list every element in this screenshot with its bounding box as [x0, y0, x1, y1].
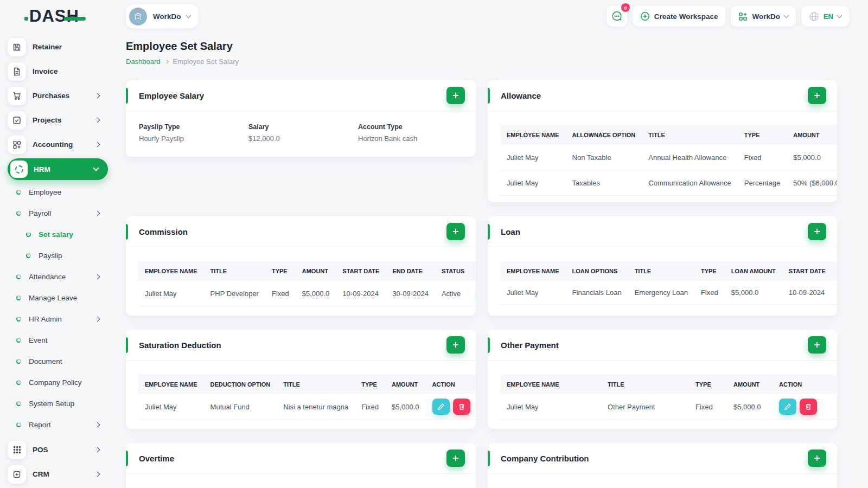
logo-bar-accent: [64, 17, 86, 21]
add-other-payment-button[interactable]: [808, 336, 826, 354]
sidebar-item-hrm[interactable]: HRM: [8, 158, 108, 180]
table-row: Juliet May PHP Developer Fixed $5,000.0 …: [138, 281, 476, 306]
sidebar-subitem-label: Employee: [29, 188, 61, 196]
check-square-icon: [8, 111, 26, 130]
sidebar-item-accounting[interactable]: Accounting: [0, 132, 117, 157]
column-header: LOAN AMOUNT: [725, 261, 782, 281]
delete-button[interactable]: [800, 399, 817, 415]
sidebar-item-payslip[interactable]: Payslip: [0, 245, 117, 266]
chevron-down-icon: [93, 165, 99, 171]
edit-button[interactable]: [432, 399, 450, 415]
cell-allowance-option: Taxables: [566, 170, 642, 196]
add-overtime-button[interactable]: [446, 450, 465, 467]
sidebar-subitem-label: HR Admin: [29, 315, 62, 323]
sidebar-item-invoice[interactable]: Invoice: [0, 59, 117, 84]
field-value: $12,000.0: [248, 134, 358, 143]
commission-table: EMPLOYEE NAME TITLE TYPE AMOUNT START DA…: [138, 261, 476, 306]
workdo-app-menu[interactable]: WorkDo: [731, 6, 796, 27]
chat-icon: [611, 10, 623, 22]
saturation-deduction-table: EMPLOYEE NAME DEDUCTION OPTION TITLE TYP…: [138, 375, 476, 420]
sidebar-item-company-policy[interactable]: Company Policy: [0, 372, 117, 393]
trash-icon: [458, 403, 465, 410]
cell-end-date: 30-09-2024: [832, 281, 837, 305]
edit-button[interactable]: [779, 399, 796, 415]
column-header: TYPE: [689, 375, 727, 394]
language-selector[interactable]: EN: [801, 6, 849, 27]
card-title: Allowance: [501, 91, 541, 100]
create-workspace-button[interactable]: Create Workspace: [633, 6, 726, 27]
cell-employee-name: Juliet May: [138, 281, 204, 306]
sidebar-item-pos[interactable]: POS: [0, 438, 117, 462]
chevron-right-icon: [95, 142, 100, 147]
plus-icon: [813, 454, 821, 462]
bullet-icon: [16, 401, 21, 406]
breadcrumb-dashboard-link[interactable]: Dashboard: [126, 57, 161, 66]
globe-icon: [809, 11, 819, 22]
sidebar-item-purchases[interactable]: Purchases: [0, 84, 117, 108]
bullet-icon: [26, 232, 31, 237]
cell-title: PHP Developer: [204, 281, 265, 306]
messenger-badge: 0: [621, 3, 630, 12]
table-row: Juliet May Financials Loan Emergency Loa…: [500, 281, 837, 305]
sidebar-item-employee[interactable]: Employee: [0, 182, 117, 203]
bullet-icon: [16, 190, 21, 195]
column-header: AMOUNT: [385, 375, 426, 394]
trash-icon: [805, 403, 812, 410]
add-commission-button[interactable]: [446, 223, 465, 240]
sidebar-item-event[interactable]: Event: [0, 330, 117, 351]
column-header: AMOUNT: [727, 375, 773, 394]
cell-start-date: 10-09-2024: [782, 281, 832, 305]
add-saturation-deduction-button[interactable]: [446, 336, 465, 354]
sidebar-item-projects[interactable]: Projects: [0, 108, 117, 132]
sidebar-item-crm[interactable]: CRM: [0, 462, 117, 486]
sidebar-item-attendance[interactable]: Attendance: [0, 266, 117, 287]
workspace-switcher[interactable]: WorkDo: [126, 4, 198, 28]
add-allowance-button[interactable]: [808, 87, 826, 104]
messenger-button[interactable]: 0: [607, 6, 627, 27]
cell-employee-name: Juliet May: [500, 145, 566, 170]
cell-amount: $5,000.0: [385, 394, 426, 420]
chevron-right-icon: [95, 93, 100, 98]
sidebar-subitem-label: Payslip: [39, 252, 62, 260]
cell-type: Fixed: [355, 394, 385, 420]
topbar: WorkDo 0 Create Workspace WorkDo EN: [126, 4, 849, 28]
bullet-icon: [16, 274, 21, 279]
chevron-right-icon: [95, 471, 100, 477]
salary-field: Salary $12,000.0: [248, 123, 358, 143]
cell-status: Active: [435, 281, 471, 306]
sidebar-item-report[interactable]: Report: [0, 414, 117, 435]
language-label: EN: [824, 12, 833, 21]
chevron-down-icon: [186, 13, 191, 18]
sidebar-item-payroll[interactable]: Payroll: [0, 203, 117, 224]
field-label: Account Type: [358, 123, 417, 131]
chevron-right-icon: [95, 274, 100, 279]
workspace-name: WorkDo: [153, 12, 181, 21]
add-employee-salary-button[interactable]: [446, 87, 465, 104]
company-contribution-card: Company Contribution: [488, 443, 837, 488]
column-header: TYPE: [265, 261, 296, 281]
cell-amount: $5,000.0: [727, 394, 773, 420]
sidebar-item-hr-admin[interactable]: HR Admin: [0, 309, 117, 330]
cell-employee-name: Juliet May: [500, 394, 601, 420]
add-company-contribution-button[interactable]: [808, 450, 826, 467]
sidebar-item-set-salary[interactable]: Set salary: [0, 224, 117, 245]
card-title: Employee Salary: [139, 91, 204, 100]
column-header: ACTION: [426, 375, 476, 394]
sidebar-item-document[interactable]: Document: [0, 351, 117, 372]
cell-amount: 50% ($6,000.0): [787, 170, 837, 196]
sidebar-item-manage-leave[interactable]: Manage Leave: [0, 287, 117, 309]
column-header: LOAN OPTIONS: [566, 261, 628, 281]
building-icon: [129, 8, 147, 25]
bullet-icon: [16, 422, 21, 427]
column-header: EMPLOYEE NAME: [500, 261, 566, 281]
grid-plus-icon: [8, 136, 26, 154]
account-type-field: Account Type Horizon Bank cash: [358, 123, 417, 143]
delete-button[interactable]: [453, 399, 470, 415]
topbar-actions: 0 Create Workspace WorkDo EN: [607, 6, 849, 27]
sidebar-item-retainer[interactable]: Retainer: [0, 35, 117, 59]
add-loan-button[interactable]: [808, 223, 826, 240]
app-logo[interactable]: DASH: [29, 7, 79, 26]
chevron-down-icon: [837, 13, 843, 18]
sidebar-item-system-setup[interactable]: System Setup: [0, 393, 117, 414]
page-title: Employee Set Salary: [126, 40, 837, 53]
